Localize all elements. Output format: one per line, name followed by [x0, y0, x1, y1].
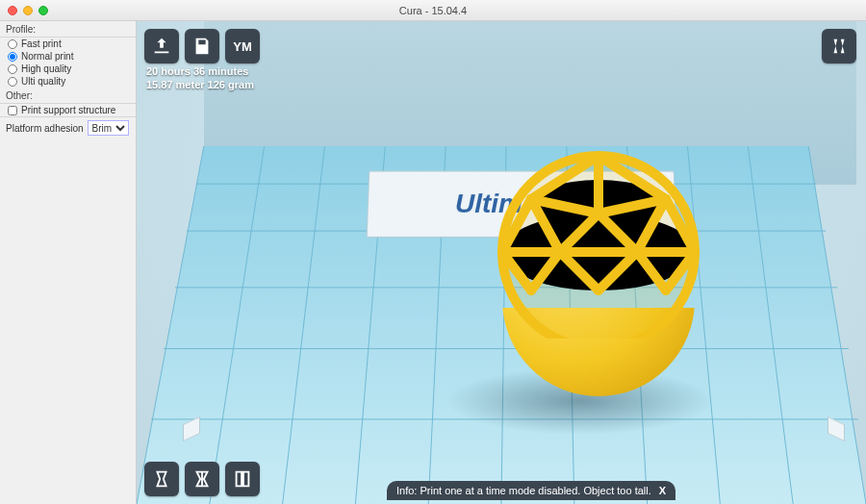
- status-bar: Info: Print one at a time mode disabled.…: [387, 481, 675, 500]
- save-icon: [191, 36, 213, 57]
- profile-radio-high[interactable]: [8, 64, 17, 74]
- viewmode-button[interactable]: [822, 29, 856, 63]
- profile-option-normal[interactable]: Normal print: [0, 50, 136, 63]
- rotate-button[interactable]: [144, 462, 179, 496]
- load-model-button[interactable]: [144, 29, 179, 63]
- profile-radio-ulti[interactable]: [8, 77, 17, 87]
- titlebar: Cura - 15.04.4: [0, 0, 866, 21]
- profile-label: Fast print: [21, 38, 62, 49]
- window-title: Cura - 15.04.4: [0, 5, 866, 16]
- profile-group-label: Profile:: [0, 21, 136, 38]
- save-toolpath-button[interactable]: [185, 29, 219, 63]
- top-toolbar: YM: [144, 29, 260, 63]
- rotate-icon: [151, 468, 172, 490]
- load-icon: [151, 36, 172, 57]
- profile-label: Ulti quality: [21, 76, 65, 87]
- model-geodesic-dome: [493, 146, 704, 339]
- top-right-toolbar: [822, 29, 856, 63]
- status-text: Info: Print one at a time mode disabled.…: [396, 485, 651, 496]
- other-group-label: Other:: [0, 88, 136, 104]
- profile-option-fast[interactable]: Fast print: [0, 38, 136, 50]
- bottom-toolbar: [144, 462, 260, 496]
- profile-option-ulti[interactable]: Ulti quality: [0, 75, 136, 88]
- viewmode-icon: [828, 36, 850, 57]
- adhesion-select[interactable]: Brim: [88, 120, 129, 136]
- print-time: 20 hours 36 minutes: [146, 65, 254, 79]
- support-label: Print support structure: [21, 105, 115, 115]
- scale-button[interactable]: [185, 462, 219, 496]
- mirror-icon: [232, 468, 253, 490]
- scale-icon: [191, 468, 213, 490]
- scene: Ultim: [137, 21, 866, 504]
- mirror-button[interactable]: [225, 462, 260, 496]
- model-object[interactable]: [473, 137, 724, 406]
- profile-option-high[interactable]: High quality: [0, 63, 136, 75]
- support-checkbox[interactable]: [8, 106, 17, 115]
- youmagine-button[interactable]: YM: [225, 29, 260, 63]
- print-material: 15.87 meter 126 gram: [146, 79, 254, 92]
- profile-label: Normal print: [21, 51, 73, 62]
- profile-label: High quality: [21, 63, 71, 74]
- print-stats: 20 hours 36 minutes 15.87 meter 126 gram: [146, 65, 254, 92]
- viewport-3d[interactable]: Ultim: [137, 21, 866, 504]
- ym-label: YM: [233, 39, 252, 54]
- support-option[interactable]: Print support structure: [0, 104, 136, 116]
- adhesion-label: Platform adhesion: [6, 123, 84, 134]
- status-close-button[interactable]: X: [659, 485, 666, 496]
- adhesion-row: Platform adhesion Brim: [0, 116, 136, 139]
- settings-sidebar: Profile: Fast print Normal print High qu…: [0, 21, 137, 504]
- profile-radio-fast[interactable]: [8, 39, 17, 49]
- profile-radio-normal[interactable]: [8, 52, 17, 62]
